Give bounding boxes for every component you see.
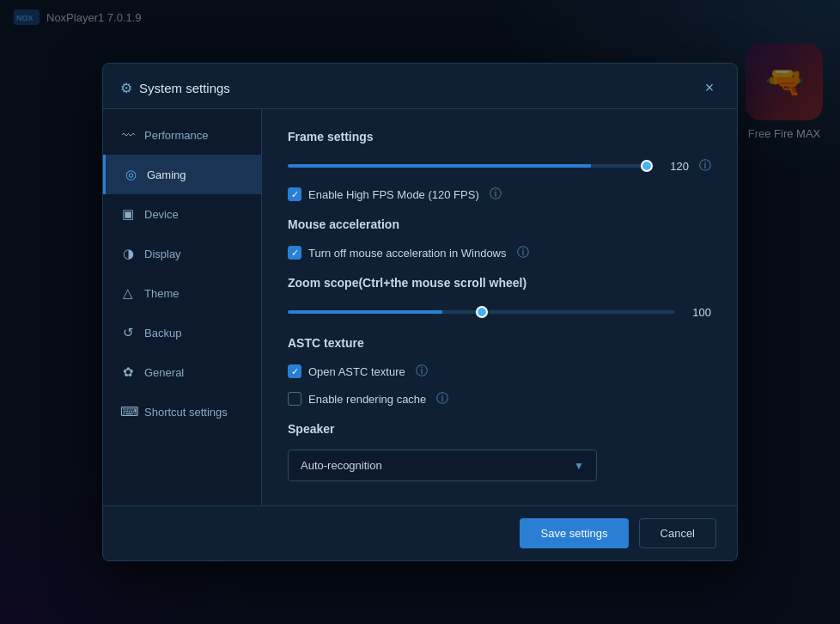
fps-slider-container (288, 157, 653, 174)
general-icon: ✿ (120, 364, 136, 380)
mouse-checkbox-label: Turn off mouse acceleration in Windows (308, 247, 507, 260)
astc-section: ASTC texture ✓ Open ASTC texture ⓘ Enabl… (288, 336, 711, 407)
dialog-header: ⚙ System settings × (103, 64, 737, 109)
sidebar: 〰 Performance ◎ Gaming ▣ Device ◑ Displa… (103, 109, 262, 505)
sidebar-label-display: Display (144, 248, 181, 260)
speaker-dropdown[interactable]: Auto-recognition ▼ (288, 450, 597, 481)
fps-checkbox-row: ✓ Enable High FPS Mode (120 FPS) ⓘ (288, 187, 711, 202)
gaming-icon: ◎ (123, 167, 138, 182)
mouse-checkbox-row: ✓ Turn off mouse acceleration in Windows… (288, 245, 711, 260)
close-button[interactable]: × (699, 77, 720, 98)
theme-icon: △ (120, 285, 136, 301)
sidebar-item-gaming[interactable]: ◎ Gaming (103, 155, 261, 194)
modal-overlay: ⚙ System settings × 〰 Performance ◎ Gami… (0, 0, 840, 624)
mouse-accel-title: Mouse acceleration (288, 217, 711, 231)
astc-checkbox-label: Open ASTC texture (308, 365, 405, 378)
fps-mode-info-icon[interactable]: ⓘ (490, 187, 502, 202)
content-panel: Frame settings 120 ⓘ ✓ Enable High FPS M… (262, 109, 737, 505)
dropdown-arrow-icon: ▼ (574, 460, 584, 472)
sidebar-label-backup: Backup (144, 327, 181, 340)
fps-slider-row: 120 ⓘ (288, 157, 711, 174)
cancel-button[interactable]: Cancel (639, 518, 716, 548)
shortcut-icon: ⌨ (120, 404, 136, 419)
close-icon: × (705, 79, 715, 97)
render-info-icon[interactable]: ⓘ (436, 391, 448, 407)
zoom-section: Zoom scope(Ctrl+the mouse scroll wheel) … (288, 276, 711, 321)
sidebar-item-performance[interactable]: 〰 Performance (103, 116, 261, 155)
astc-title: ASTC texture (288, 336, 711, 350)
sidebar-label-general: General (144, 366, 184, 379)
zoom-slider-row: 100 (288, 303, 711, 321)
fps-info-icon[interactable]: ⓘ (699, 158, 711, 174)
system-settings-dialog: ⚙ System settings × 〰 Performance ◎ Gami… (102, 63, 738, 561)
astc-info-icon[interactable]: ⓘ (416, 364, 428, 379)
sidebar-label-gaming: Gaming (147, 168, 186, 181)
sidebar-item-backup[interactable]: ↺ Backup (103, 313, 261, 352)
save-button[interactable]: Save settings (520, 518, 628, 548)
sidebar-label-device: Device (144, 208, 179, 221)
zoom-value: 100 (685, 306, 711, 319)
settings-icon: ⚙ (120, 80, 132, 96)
speaker-section: Speaker Auto-recognition ▼ (288, 422, 711, 481)
astc-checkbox-row: ✓ Open ASTC texture ⓘ (288, 364, 711, 379)
dialog-footer: Save settings Cancel (103, 505, 737, 560)
dialog-title-text: System settings (139, 81, 230, 95)
render-checkbox-row: Enable rendering cache ⓘ (288, 391, 711, 407)
sidebar-item-display[interactable]: ◑ Display (103, 234, 261, 273)
dialog-title-area: ⚙ System settings (120, 80, 230, 96)
sidebar-item-shortcut[interactable]: ⌨ Shortcut settings (103, 392, 261, 431)
mouse-info-icon[interactable]: ⓘ (517, 245, 529, 260)
mouse-section: Mouse acceleration ✓ Turn off mouse acce… (288, 217, 711, 260)
speaker-title: Speaker (288, 422, 711, 436)
sidebar-item-general[interactable]: ✿ General (103, 352, 261, 392)
fps-value: 120 (663, 160, 689, 173)
performance-icon: 〰 (120, 128, 136, 143)
sidebar-item-theme[interactable]: △ Theme (103, 273, 261, 313)
speaker-selected-value: Auto-recognition (301, 459, 382, 472)
zoom-title: Zoom scope(Ctrl+the mouse scroll wheel) (288, 276, 711, 290)
fps-checkbox[interactable]: ✓ (288, 187, 301, 201)
sidebar-label-shortcut: Shortcut settings (144, 406, 228, 419)
fps-checkbox-label: Enable High FPS Mode (120 FPS) (308, 188, 479, 201)
zoom-slider[interactable] (288, 310, 675, 314)
mouse-checkbox[interactable]: ✓ (288, 246, 301, 260)
astc-checkbox[interactable]: ✓ (288, 364, 301, 378)
render-checkbox[interactable] (288, 392, 301, 406)
display-icon: ◑ (120, 246, 136, 261)
fps-slider[interactable] (288, 164, 653, 168)
frame-settings-title: Frame settings (288, 130, 711, 144)
dialog-body: 〰 Performance ◎ Gaming ▣ Device ◑ Displa… (103, 109, 737, 505)
device-icon: ▣ (120, 206, 136, 222)
zoom-slider-container (288, 303, 675, 321)
sidebar-label-theme: Theme (144, 287, 179, 300)
render-checkbox-label: Enable rendering cache (308, 393, 426, 406)
backup-icon: ↺ (120, 325, 136, 340)
sidebar-item-device[interactable]: ▣ Device (103, 194, 261, 234)
sidebar-label-performance: Performance (144, 129, 208, 142)
